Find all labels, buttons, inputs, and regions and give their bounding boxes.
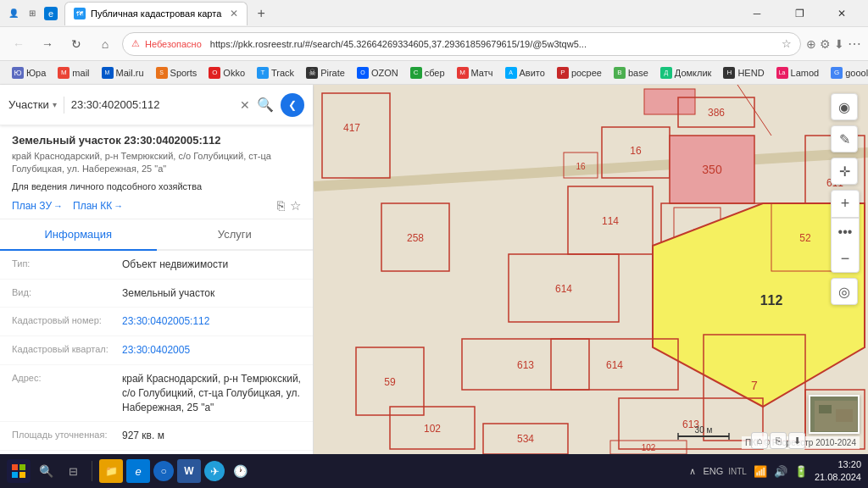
active-tab[interactable]: 🗺 Публичная кадастровая карта ✕ xyxy=(64,2,248,25)
prop-label-type: Тип: xyxy=(12,258,114,272)
plan-kk-link[interactable]: План КК → xyxy=(73,200,123,212)
bookmark-match-icon: М xyxy=(457,67,469,79)
map-svg: 417 386 611 610 947 258 16 xyxy=(314,85,868,454)
svg-text:7: 7 xyxy=(751,379,758,392)
minimize-button[interactable]: ─ xyxy=(737,0,776,27)
tray-expand-icon[interactable]: ∧ xyxy=(689,466,696,477)
map-controls: ◉ ✎ ✛ + ••• − ◎ xyxy=(831,93,860,305)
bookmark-ozon[interactable]: O OZON xyxy=(352,65,403,80)
map-area[interactable]: 417 386 611 610 947 258 16 xyxy=(314,85,868,454)
cortana-button[interactable]: ○ xyxy=(153,461,174,481)
edge-icon-title[interactable]: e xyxy=(44,7,58,20)
bookmark-mailru[interactable]: M Mail.ru xyxy=(97,65,149,80)
clock-app-button[interactable]: 🕐 xyxy=(228,459,252,483)
object-address: край Краснодарский, р-н Темрюкский, с/о … xyxy=(12,150,301,176)
edge-task-button[interactable]: e xyxy=(126,459,150,483)
edit-button[interactable]: ✎ xyxy=(831,125,858,152)
telegram-button[interactable]: ✈ xyxy=(204,461,225,481)
new-tab-button[interactable]: + xyxy=(251,3,271,24)
files-button[interactable]: 📁 xyxy=(99,459,123,483)
search-bar: Участки ▾ ✕ 🔍 ❮ xyxy=(0,85,313,125)
bookmark-lamod[interactable]: La Lamod xyxy=(771,65,825,80)
bookmark-gmail[interactable]: M mail xyxy=(53,65,94,80)
mini-satellite[interactable] xyxy=(809,395,860,434)
zoom-out-button[interactable]: − xyxy=(832,245,859,272)
search-clear-button[interactable]: ✕ xyxy=(240,98,250,112)
bookmark-sber[interactable]: С сбер xyxy=(405,65,450,80)
search-input[interactable] xyxy=(71,98,233,111)
addr-icons: ☆ xyxy=(782,37,792,50)
svg-text:613: 613 xyxy=(517,359,534,371)
start-button[interactable] xyxy=(7,459,31,483)
location-button[interactable]: ◎ xyxy=(831,278,858,305)
battery-icon[interactable]: 🔋 xyxy=(794,465,808,478)
bookmark-domclick[interactable]: Д Домклик xyxy=(655,65,717,80)
clock[interactable]: 13:20 21.08.2024 xyxy=(815,458,861,485)
tab-favicon: 🗺 xyxy=(74,8,86,19)
object-actions: ⎘ ☆ xyxy=(277,198,301,214)
zoom-dots[interactable]: ••• xyxy=(832,218,859,245)
home-button[interactable]: ⌂ xyxy=(93,32,117,56)
ext-btn-2[interactable]: ⚙ xyxy=(820,37,831,51)
windows-icon[interactable]: ⊞ xyxy=(25,7,39,20)
bookmark-sber-icon: С xyxy=(410,67,422,79)
crosshair-button[interactable]: ✛ xyxy=(831,158,858,185)
map-home-button[interactable]: ⌂ xyxy=(751,432,768,449)
search-collapse-button[interactable]: ❮ xyxy=(281,93,304,117)
bookmark-goool[interactable]: G goool xyxy=(826,65,868,80)
map-share-button[interactable]: ⎘ xyxy=(770,432,787,449)
insecure-label: Небезопасно xyxy=(145,39,202,49)
word-button[interactable]: W xyxy=(177,459,201,483)
downloads-icon[interactable]: ⬇ xyxy=(834,37,844,51)
share-icon[interactable]: ⎘ xyxy=(277,198,285,214)
restore-button[interactable]: ❐ xyxy=(780,0,819,27)
wifi-icon[interactable]: 📶 xyxy=(754,465,767,478)
bookmark-hend[interactable]: H HEND xyxy=(718,65,769,80)
tab-services[interactable]: Услуги xyxy=(157,219,314,249)
bookmark-match[interactable]: М Матч xyxy=(452,65,498,80)
bookmark-track[interactable]: T Track xyxy=(252,65,299,80)
forward-button[interactable]: → xyxy=(36,32,59,56)
prop-row-vid: Вид: Земельный участок xyxy=(0,280,313,308)
bookmark-rosree[interactable]: Р росреe xyxy=(552,65,607,80)
window-controls: ─ ❐ ✕ xyxy=(737,0,861,27)
ext-btn-1[interactable]: ⊕ xyxy=(806,37,816,51)
bookmark-sports-label: Sports xyxy=(170,68,198,78)
prop-row-status: Статус: Ранее учтенный xyxy=(0,451,313,454)
bookmark-okko[interactable]: O Okko xyxy=(203,65,250,80)
keyboard-icon[interactable]: ENG xyxy=(703,466,723,476)
bookmark-sports[interactable]: S Sports xyxy=(151,65,203,80)
profile-icon[interactable]: 👤 xyxy=(7,7,20,20)
taskbar: 🔍 ⊟ 📁 e ○ W ✈ 🕐 ∧ ENG INTL 📶 🔊 🔋 13:20 2… xyxy=(0,454,868,488)
search-go-button[interactable]: 🔍 xyxy=(257,97,274,113)
star-icon[interactable]: ☆ xyxy=(782,37,792,50)
bookmark-pirate[interactable]: ☠ Pirate xyxy=(301,65,350,80)
bookmark-avito[interactable]: A Авито xyxy=(500,65,550,80)
bookmark-yura[interactable]: Ю Юра xyxy=(7,65,51,80)
volume-icon[interactable]: 🔊 xyxy=(774,465,787,478)
prop-value-kvartal[interactable]: 23:30:0402005 xyxy=(122,343,301,358)
bookmark-base[interactable]: B base xyxy=(609,65,654,80)
tab-info[interactable]: Информация xyxy=(0,219,157,251)
more-button[interactable]: ⋯ xyxy=(848,36,861,52)
map-download-button[interactable]: ⬇ xyxy=(788,432,805,449)
tab-close-button[interactable]: ✕ xyxy=(230,8,238,19)
zoom-in-button[interactable]: + xyxy=(832,191,859,218)
bookmark-ozon-icon: O xyxy=(357,67,369,79)
svg-text:386: 386 xyxy=(708,107,725,119)
prop-value-cadastral[interactable]: 23:30:0402005:112 xyxy=(122,314,301,329)
layers-button[interactable]: ◉ xyxy=(831,93,858,120)
favorite-icon[interactable]: ☆ xyxy=(290,198,301,214)
plan-zu-link[interactable]: План ЗУ → xyxy=(12,200,63,212)
category-select[interactable]: Участки ▾ xyxy=(8,98,57,111)
back-button[interactable]: ← xyxy=(7,32,31,56)
refresh-button[interactable]: ↻ xyxy=(64,32,88,56)
svg-text:114: 114 xyxy=(602,215,619,227)
prop-row-area: Площадь уточненная: 927 кв. м xyxy=(0,422,313,451)
close-button[interactable]: ✕ xyxy=(822,0,861,27)
bookmark-mailru-label: Mail.ru xyxy=(116,68,144,78)
bookmark-goool-icon: G xyxy=(831,67,843,79)
taskview-button[interactable]: ⊟ xyxy=(61,459,85,483)
search-taskbar-button[interactable]: 🔍 xyxy=(34,459,58,483)
address-box[interactable]: ⚠ Небезопасно https://pkk.rosreestr.ru/#… xyxy=(122,32,801,56)
